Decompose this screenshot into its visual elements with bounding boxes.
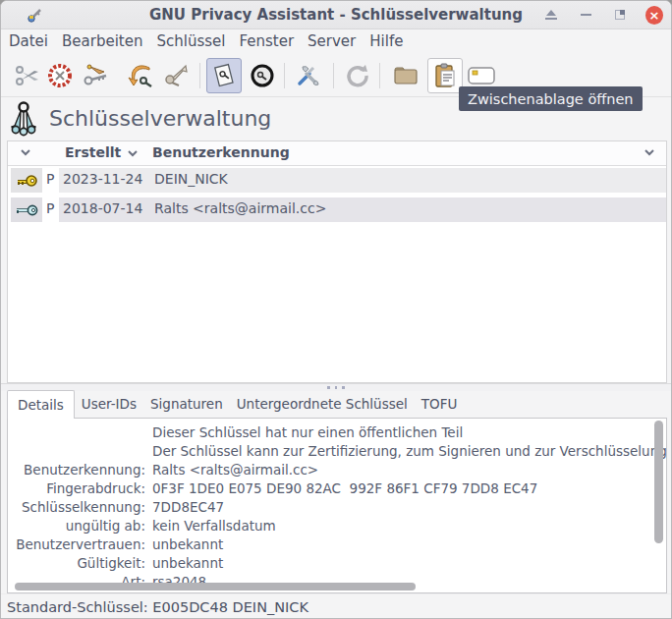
key-userid: Ralts <ralts@airmail.cc> [154, 200, 326, 216]
sort-chevron-icon[interactable] [126, 145, 140, 161]
key-created: 2018-07-14 [63, 200, 142, 216]
toolbar-button-refresh[interactable] [340, 58, 375, 93]
tab-signaturen[interactable]: Signaturen [143, 390, 230, 418]
toolbar-separator [333, 63, 334, 88]
toolbar-button-export[interactable] [158, 58, 194, 93]
details-panel: Dieser Schlüssel hat nur einen öffentlic… [7, 418, 667, 593]
vertical-scrollbar[interactable] [654, 421, 663, 584]
tab-user-ids[interactable]: User-IDs [75, 390, 143, 418]
table-row[interactable]: P 2023-11-24 DEIN_NICK [9, 168, 666, 193]
scissors-icon [15, 63, 42, 88]
toolbar-button-cut[interactable] [11, 58, 46, 93]
details-text: Dieser Schlüssel hat nur einen öffentlic… [8, 423, 656, 593]
toolbar-button-sign[interactable] [79, 58, 114, 93]
key-flag: P [46, 171, 54, 187]
sign-key-icon [83, 63, 110, 88]
gold-keypair-icon [15, 173, 38, 189]
import-key-icon [126, 62, 153, 89]
column-header-created[interactable]: Erstellt [65, 144, 121, 160]
teal-key-icon [15, 202, 38, 218]
toolbar-button-preferences[interactable] [291, 58, 326, 93]
detail-tabs: Details User-IDs Signaturen Untergeordne… [7, 390, 464, 418]
key-created: 2023-11-24 [63, 171, 142, 187]
close-icon: × [645, 6, 663, 25]
toolbar-button-keyring[interactable] [206, 58, 242, 93]
toolbar-separator [284, 63, 285, 88]
close-button[interactable]: × [645, 6, 663, 24]
default-key-status: Standard-Schlüssel: E005DC48 DEIN_NICK [7, 599, 308, 615]
tab-details[interactable]: Details [7, 390, 75, 419]
export-key-icon [162, 62, 190, 89]
menu-schluessel[interactable]: Schlüssel [156, 31, 225, 51]
tab-untergeordnete-schluessel[interactable]: Untergeordnete Schlüssel [230, 390, 415, 418]
keyserver-globe-icon [250, 63, 275, 88]
tooltip-text: Zwischenablage öffnen [468, 91, 634, 107]
titlebar[interactable]: GNU Privacy Assistant - Schlüsselverwalt… [1, 1, 671, 29]
table-header: Erstellt Benutzerkennung [8, 141, 666, 166]
smartcard-icon [467, 65, 496, 86]
toolbar-button-keyserver[interactable] [245, 58, 280, 93]
restore-button[interactable] [611, 6, 629, 24]
refresh-icon [345, 63, 370, 88]
menubar: Datei Bearbeiten Schlüssel Fenster Serve… [1, 29, 671, 53]
preferences-tools-icon [295, 63, 322, 88]
toolbar-button-delete[interactable] [42, 58, 78, 93]
menu-hilfe[interactable]: Hilfe [369, 31, 403, 51]
toolbar-button-files[interactable] [388, 58, 423, 93]
tooltip: Zwischenablage öffnen [459, 86, 643, 111]
toolbar-separator [199, 63, 200, 88]
menu-datei[interactable]: Datei [9, 31, 48, 51]
stop-delete-icon [47, 63, 73, 88]
header-right-chevron-icon[interactable] [643, 144, 656, 160]
clipboard-icon [432, 62, 458, 89]
toolbar-button-clipboard[interactable] [427, 58, 463, 93]
file-manager-folder-icon [392, 64, 420, 87]
menu-fenster[interactable]: Fenster [239, 31, 294, 51]
shade-button[interactable] [542, 6, 560, 24]
horizontal-scrollbar[interactable] [11, 583, 647, 591]
column-header-userid[interactable]: Benutzerkennung [152, 144, 290, 160]
statusbar: Standard-Schlüssel: E005DC48 DEIN_NICK [1, 593, 671, 619]
keyring-editor-icon [211, 62, 237, 89]
keys-bunch-icon [7, 100, 40, 138]
key-flag: P [46, 200, 54, 216]
menu-bearbeiten[interactable]: Bearbeiten [62, 31, 142, 51]
tab-tofu[interactable]: TOFU [415, 390, 465, 418]
expander-column-chevron-icon[interactable] [19, 144, 32, 160]
key-userid: DEIN_NICK [154, 171, 228, 187]
minimize-button[interactable] [577, 6, 594, 24]
page-title: Schlüsselverwaltung [49, 106, 271, 131]
gpa-window: GNU Privacy Assistant - Schlüsselverwalt… [0, 0, 672, 619]
toolbar-button-import[interactable] [122, 58, 157, 93]
table-row[interactable]: P 2018-07-14 Ralts <ralts@airmail.cc> [9, 197, 666, 222]
toolbar-separator [379, 63, 380, 88]
menu-server[interactable]: Server [308, 31, 356, 51]
key-table: Erstellt Benutzerkennung [7, 141, 667, 383]
